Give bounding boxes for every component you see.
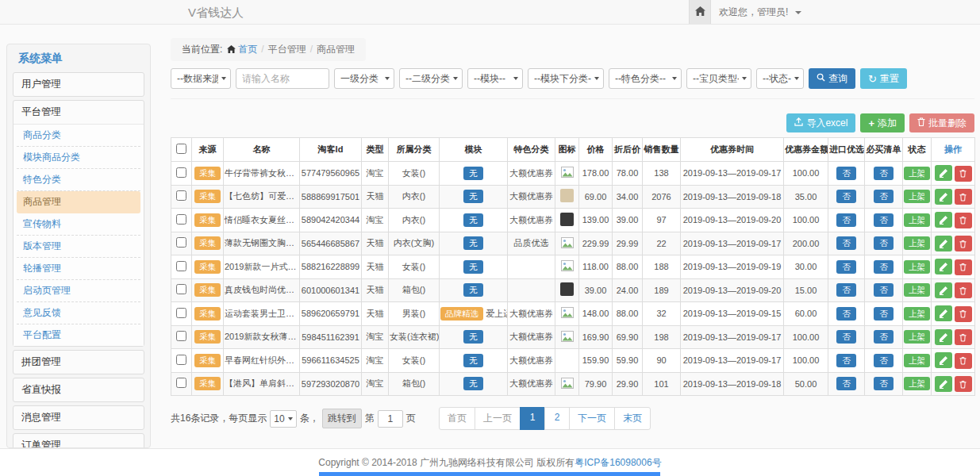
edit-button[interactable] [935,352,952,368]
pager-item-2[interactable]: 1 [520,407,545,430]
product-thumbnail[interactable] [560,282,574,296]
pager-item-1[interactable]: 上一页 [475,407,521,430]
edit-button[interactable] [935,305,952,321]
import-select-badge[interactable]: 否 [836,236,856,250]
jump-button[interactable]: 跳转到 [322,409,362,428]
jump-page-input[interactable] [378,410,403,428]
status-badge[interactable]: 上架 [904,236,930,250]
import-select-badge[interactable]: 否 [836,307,856,321]
pager-item-4[interactable]: 下一页 [569,407,615,430]
delete-button[interactable] [955,213,972,228]
status-badge[interactable]: 上架 [904,190,930,203]
delete-button[interactable] [955,329,972,345]
sidebar-item-2[interactable]: 特色分类 [17,169,140,191]
must-buy-badge[interactable]: 否 [874,307,894,321]
edit-button[interactable] [935,376,952,392]
page-size-select[interactable]: 10 [270,410,296,428]
sidebar-item-6[interactable]: 轮播管理 [17,258,140,280]
sidebar-group-label[interactable]: 消息管理 [13,406,144,429]
navbar-home-button[interactable] [689,0,711,24]
filter-select-3[interactable]: --模块下分类-- [528,68,604,89]
must-buy-badge[interactable]: 否 [874,190,894,203]
sidebar-group-label[interactable]: 拼团管理 [13,351,144,374]
delete-button[interactable] [955,259,972,275]
name-search-input[interactable] [236,68,329,89]
must-buy-badge[interactable]: 否 [874,283,894,297]
icp-link[interactable]: 粤ICP备16098006号 [575,457,661,468]
filter-select-2[interactable]: --模块-- [467,68,523,89]
sidebar-item-5[interactable]: 版本管理 [17,236,140,258]
import-select-badge[interactable]: 否 [836,377,856,390]
edit-button[interactable] [935,329,952,345]
must-buy-badge[interactable]: 否 [874,236,894,250]
edit-button[interactable] [935,259,952,274]
status-badge[interactable]: 上架 [904,260,930,274]
row-checkbox[interactable] [176,331,186,341]
row-checkbox[interactable] [176,284,186,294]
delete-button[interactable] [955,166,972,182]
status-badge[interactable]: 上架 [904,307,930,321]
must-buy-badge[interactable]: 否 [874,213,894,227]
product-thumbnail[interactable] [561,237,574,250]
must-buy-badge[interactable]: 否 [874,167,894,180]
reset-button[interactable]: ↻ 重置 [860,68,907,89]
import-select-badge[interactable]: 否 [836,354,856,367]
import-excel-button[interactable]: 导入excel [786,113,855,132]
row-checkbox[interactable] [176,214,186,225]
status-badge[interactable]: 上架 [904,167,930,180]
product-thumbnail[interactable] [561,167,574,179]
sidebar-group-label[interactable]: 订单管理 [13,434,144,448]
row-checkbox[interactable] [176,378,186,388]
status-badge[interactable]: 上架 [904,213,930,227]
delete-button[interactable] [955,353,972,369]
status-badge[interactable]: 上架 [904,283,930,297]
sidebar-item-9[interactable]: 平台配置 [17,324,140,346]
product-thumbnail[interactable] [560,189,574,202]
product-thumbnail[interactable] [561,260,574,273]
delete-button[interactable] [955,282,972,298]
edit-button[interactable] [935,165,952,181]
import-select-badge[interactable]: 否 [836,330,856,344]
batch-delete-button[interactable]: 批量删除 [909,113,974,132]
sidebar-item-8[interactable]: 意见反馈 [17,302,140,324]
row-checkbox[interactable] [176,355,186,365]
search-button[interactable]: 查询 [809,68,855,89]
product-thumbnail[interactable] [561,307,574,320]
product-thumbnail[interactable] [560,213,574,226]
delete-button[interactable] [955,189,972,205]
edit-button[interactable] [935,236,952,251]
select-all-checkbox[interactable] [176,144,186,154]
sidebar-item-4[interactable]: 宣传物料 [17,213,140,236]
add-button[interactable]: + 添加 [860,113,905,132]
sidebar-item-1[interactable]: 模块商品分类 [17,147,140,169]
status-badge[interactable]: 上架 [904,330,930,344]
filter-select-data-source[interactable]: --数据来源-- [171,68,231,89]
user-menu[interactable]: 欢迎您，管理员! [719,0,801,25]
product-thumbnail[interactable] [561,331,574,344]
filter-select-6[interactable]: --状态-- [756,68,804,89]
row-checkbox[interactable] [176,237,186,248]
must-buy-badge[interactable]: 否 [874,354,894,367]
delete-button[interactable] [955,236,972,251]
pager-item-5[interactable]: 末页 [614,407,651,430]
status-badge[interactable]: 上架 [904,354,930,367]
sidebar-group-label[interactable]: 用户管理 [13,73,144,96]
delete-button[interactable] [955,306,972,322]
edit-button[interactable] [935,212,952,228]
filter-select-5[interactable]: --宝贝类型-- [686,68,751,89]
row-checkbox[interactable] [176,261,186,271]
filter-select-1[interactable]: --二级分类-- [399,68,463,89]
product-thumbnail[interactable] [561,378,574,390]
import-select-badge[interactable]: 否 [836,167,856,180]
must-buy-badge[interactable]: 否 [874,260,894,274]
delete-button[interactable] [955,376,972,392]
breadcrumb-home-link[interactable]: 首页 [238,44,257,55]
sidebar-group-label[interactable]: 平台管理 [13,101,144,124]
must-buy-badge[interactable]: 否 [874,377,894,390]
edit-button[interactable] [935,189,952,205]
import-select-badge[interactable]: 否 [836,213,856,227]
import-select-badge[interactable]: 否 [836,260,856,274]
pager-item-3[interactable]: 2 [544,407,570,430]
edit-button[interactable] [935,282,952,298]
row-checkbox[interactable] [176,308,186,318]
